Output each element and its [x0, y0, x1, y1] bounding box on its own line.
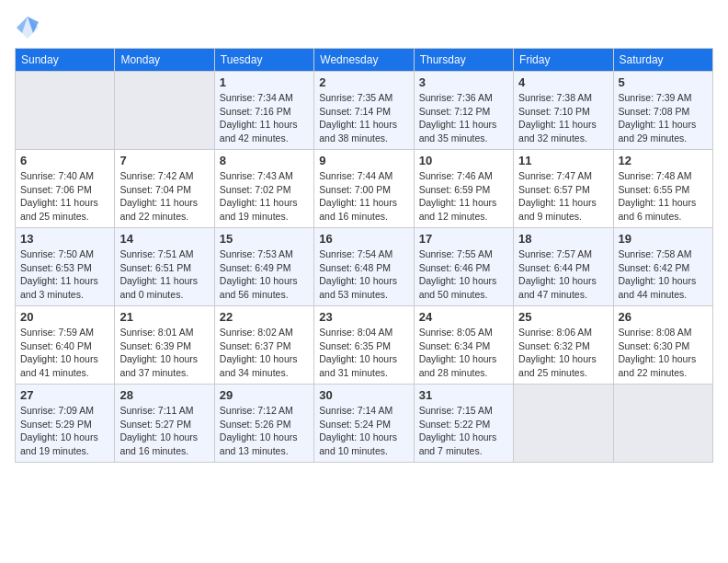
- calendar-day-cell: 19Sunrise: 7:58 AM Sunset: 6:42 PM Dayli…: [613, 228, 712, 306]
- day-info: Sunrise: 7:53 AM Sunset: 6:49 PM Dayligh…: [220, 247, 309, 302]
- day-number: 12: [619, 154, 708, 167]
- day-info: Sunrise: 7:42 AM Sunset: 7:04 PM Dayligh…: [119, 169, 209, 224]
- day-info: Sunrise: 8:04 AM Sunset: 6:35 PM Dayligh…: [319, 326, 408, 380]
- day-info: Sunrise: 7:12 AM Sunset: 5:26 PM Dayligh…: [220, 404, 309, 458]
- calendar-week-row: 20Sunrise: 7:59 AM Sunset: 6:40 PM Dayli…: [16, 306, 713, 385]
- day-number: 15: [220, 232, 309, 246]
- weekday-header-monday: Monday: [115, 49, 214, 72]
- day-number: 5: [619, 75, 708, 89]
- day-number: 22: [220, 310, 309, 324]
- day-info: Sunrise: 7:47 AM Sunset: 6:57 PM Dayligh…: [518, 169, 608, 224]
- weekday-header-tuesday: Tuesday: [214, 49, 313, 72]
- day-info: Sunrise: 7:43 AM Sunset: 7:02 PM Dayligh…: [220, 169, 309, 224]
- calendar-day-cell: 31Sunrise: 7:15 AM Sunset: 5:22 PM Dayli…: [414, 385, 513, 463]
- calendar-day-cell: 6Sunrise: 7:40 AM Sunset: 7:06 PM Daylig…: [16, 150, 115, 228]
- calendar-day-cell: 18Sunrise: 7:57 AM Sunset: 6:44 PM Dayli…: [514, 228, 613, 306]
- logo: [15, 15, 44, 40]
- day-info: Sunrise: 7:59 AM Sunset: 6:40 PM Dayligh…: [20, 326, 109, 380]
- weekday-header-sunday: Sunday: [16, 49, 115, 72]
- day-info: Sunrise: 7:14 AM Sunset: 5:24 PM Dayligh…: [319, 404, 408, 458]
- day-info: Sunrise: 7:15 AM Sunset: 5:22 PM Dayligh…: [419, 404, 508, 458]
- day-number: 25: [518, 310, 608, 324]
- day-number: 4: [518, 75, 608, 89]
- calendar: SundayMondayTuesdayWednesdayThursdayFrid…: [15, 48, 713, 463]
- calendar-day-cell: 5Sunrise: 7:39 AM Sunset: 7:08 PM Daylig…: [613, 72, 712, 150]
- calendar-day-cell: 22Sunrise: 8:02 AM Sunset: 6:37 PM Dayli…: [214, 306, 313, 385]
- day-info: Sunrise: 7:35 AM Sunset: 7:14 PM Dayligh…: [319, 91, 408, 145]
- day-number: 29: [220, 388, 309, 402]
- day-info: Sunrise: 7:50 AM Sunset: 6:53 PM Dayligh…: [20, 247, 109, 302]
- day-info: Sunrise: 7:44 AM Sunset: 7:00 PM Dayligh…: [319, 169, 408, 224]
- calendar-day-cell: 16Sunrise: 7:54 AM Sunset: 6:48 PM Dayli…: [314, 228, 414, 306]
- day-number: 20: [20, 310, 109, 324]
- header: [15, 15, 713, 40]
- day-info: Sunrise: 8:08 AM Sunset: 6:30 PM Dayligh…: [619, 326, 708, 380]
- calendar-day-cell: 20Sunrise: 7:59 AM Sunset: 6:40 PM Dayli…: [16, 306, 115, 385]
- day-number: 9: [319, 154, 408, 167]
- day-number: 7: [119, 154, 209, 167]
- calendar-day-cell: 12Sunrise: 7:48 AM Sunset: 6:55 PM Dayli…: [613, 150, 712, 228]
- calendar-day-cell: 13Sunrise: 7:50 AM Sunset: 6:53 PM Dayli…: [16, 228, 115, 306]
- calendar-day-cell: 26Sunrise: 8:08 AM Sunset: 6:30 PM Dayli…: [613, 306, 712, 385]
- calendar-day-cell: 21Sunrise: 8:01 AM Sunset: 6:39 PM Dayli…: [115, 306, 214, 385]
- day-number: 2: [319, 75, 408, 89]
- calendar-day-cell: 11Sunrise: 7:47 AM Sunset: 6:57 PM Dayli…: [514, 150, 613, 228]
- day-info: Sunrise: 8:02 AM Sunset: 6:37 PM Dayligh…: [220, 326, 309, 380]
- day-number: 23: [319, 310, 408, 324]
- day-info: Sunrise: 7:51 AM Sunset: 6:51 PM Dayligh…: [119, 247, 209, 302]
- calendar-day-cell: [514, 385, 613, 463]
- day-number: 8: [220, 154, 309, 167]
- calendar-day-cell: 2Sunrise: 7:35 AM Sunset: 7:14 PM Daylig…: [314, 72, 414, 150]
- day-number: 17: [419, 232, 508, 246]
- calendar-day-cell: 28Sunrise: 7:11 AM Sunset: 5:27 PM Dayli…: [115, 385, 214, 463]
- calendar-day-cell: 15Sunrise: 7:53 AM Sunset: 6:49 PM Dayli…: [214, 228, 313, 306]
- day-info: Sunrise: 7:46 AM Sunset: 6:59 PM Dayligh…: [419, 169, 508, 224]
- weekday-header-wednesday: Wednesday: [314, 49, 414, 72]
- weekday-header-friday: Friday: [514, 49, 613, 72]
- day-number: 26: [619, 310, 708, 324]
- calendar-day-cell: 7Sunrise: 7:42 AM Sunset: 7:04 PM Daylig…: [115, 150, 214, 228]
- day-info: Sunrise: 7:48 AM Sunset: 6:55 PM Dayligh…: [619, 169, 708, 224]
- calendar-week-row: 13Sunrise: 7:50 AM Sunset: 6:53 PM Dayli…: [16, 228, 713, 306]
- calendar-day-cell: 10Sunrise: 7:46 AM Sunset: 6:59 PM Dayli…: [414, 150, 513, 228]
- day-number: 24: [419, 310, 508, 324]
- calendar-day-cell: 17Sunrise: 7:55 AM Sunset: 6:46 PM Dayli…: [414, 228, 513, 306]
- day-info: Sunrise: 7:09 AM Sunset: 5:29 PM Dayligh…: [20, 404, 109, 458]
- day-number: 16: [319, 232, 408, 246]
- day-number: 10: [419, 154, 508, 167]
- day-number: 11: [518, 154, 608, 167]
- day-info: Sunrise: 7:38 AM Sunset: 7:10 PM Dayligh…: [518, 91, 608, 145]
- calendar-day-cell: 29Sunrise: 7:12 AM Sunset: 5:26 PM Dayli…: [214, 385, 313, 463]
- day-number: 18: [518, 232, 608, 246]
- calendar-day-cell: 8Sunrise: 7:43 AM Sunset: 7:02 PM Daylig…: [214, 150, 313, 228]
- calendar-day-cell: 24Sunrise: 8:05 AM Sunset: 6:34 PM Dayli…: [414, 306, 513, 385]
- day-info: Sunrise: 7:39 AM Sunset: 7:08 PM Dayligh…: [619, 91, 708, 145]
- calendar-week-row: 27Sunrise: 7:09 AM Sunset: 5:29 PM Dayli…: [16, 385, 713, 463]
- calendar-day-cell: 4Sunrise: 7:38 AM Sunset: 7:10 PM Daylig…: [514, 72, 613, 150]
- day-number: 27: [20, 388, 109, 402]
- day-info: Sunrise: 7:36 AM Sunset: 7:12 PM Dayligh…: [419, 91, 508, 145]
- calendar-week-row: 6Sunrise: 7:40 AM Sunset: 7:06 PM Daylig…: [16, 150, 713, 228]
- calendar-week-row: 1Sunrise: 7:34 AM Sunset: 7:16 PM Daylig…: [16, 72, 713, 150]
- day-number: 21: [119, 310, 209, 324]
- weekday-header-thursday: Thursday: [414, 49, 513, 72]
- calendar-day-cell: 14Sunrise: 7:51 AM Sunset: 6:51 PM Dayli…: [115, 228, 214, 306]
- calendar-day-cell: 25Sunrise: 8:06 AM Sunset: 6:32 PM Dayli…: [514, 306, 613, 385]
- calendar-day-cell: 1Sunrise: 7:34 AM Sunset: 7:16 PM Daylig…: [214, 72, 313, 150]
- day-number: 13: [20, 232, 109, 246]
- day-info: Sunrise: 7:40 AM Sunset: 7:06 PM Dayligh…: [20, 169, 109, 224]
- weekday-header-row: SundayMondayTuesdayWednesdayThursdayFrid…: [16, 49, 713, 72]
- logo-icon: [15, 15, 40, 40]
- day-number: 3: [419, 75, 508, 89]
- day-number: 14: [119, 232, 209, 246]
- weekday-header-saturday: Saturday: [613, 49, 712, 72]
- day-number: 31: [419, 388, 508, 402]
- day-info: Sunrise: 7:54 AM Sunset: 6:48 PM Dayligh…: [319, 247, 408, 302]
- calendar-day-cell: 30Sunrise: 7:14 AM Sunset: 5:24 PM Dayli…: [314, 385, 414, 463]
- day-info: Sunrise: 7:55 AM Sunset: 6:46 PM Dayligh…: [419, 247, 508, 302]
- calendar-day-cell: [613, 385, 712, 463]
- day-info: Sunrise: 7:57 AM Sunset: 6:44 PM Dayligh…: [518, 247, 608, 302]
- day-info: Sunrise: 8:01 AM Sunset: 6:39 PM Dayligh…: [119, 326, 209, 380]
- day-number: 28: [119, 388, 209, 402]
- calendar-day-cell: [16, 72, 115, 150]
